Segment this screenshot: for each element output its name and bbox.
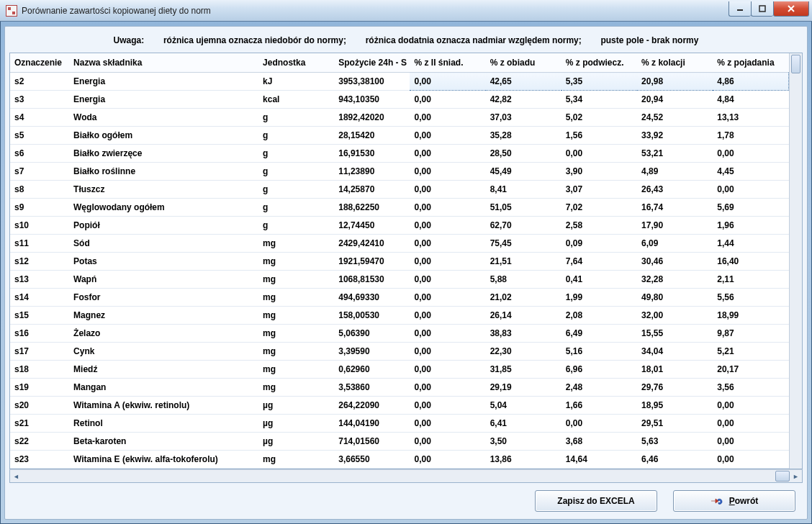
cell-p5: 5,69 (713, 199, 788, 217)
cell-intake: 28,15420 (334, 127, 410, 145)
table-row[interactable]: s4Wodag1892,420200,0037,035,0224,5213,13 (10, 109, 789, 127)
hscroll-left-arrow[interactable]: ◄ (10, 470, 22, 482)
table-row[interactable]: s8Tłuszczg14,258700,008,413,0726,430,00 (10, 181, 789, 199)
data-table-scroll[interactable]: Oznaczenie Nazwa składnika Jednostka Spo… (10, 53, 789, 469)
cell-intake: 0,62960 (334, 361, 410, 379)
cell-intake: 12,74450 (334, 217, 410, 235)
table-row[interactable]: s20Witamina A (ekwiw. retinolu)µg264,220… (10, 397, 789, 415)
cell-p5: 1,44 (713, 235, 788, 253)
table-row[interactable]: s10Popiółg12,744500,0062,702,5817,901,96 (10, 217, 789, 235)
cell-intake: 188,62250 (334, 199, 410, 217)
table-row[interactable]: s5Białko ogółemg28,154200,0035,281,5633,… (10, 127, 789, 145)
table-row[interactable]: s14Fosformg494,693300,0021,021,9949,805,… (10, 289, 789, 307)
cell-name: Fosfor (69, 289, 258, 307)
col-nazwa[interactable]: Nazwa składnika (69, 53, 258, 73)
hscroll-right-arrow[interactable]: ► (790, 470, 802, 482)
cell-id: s19 (10, 379, 69, 397)
hand-pointer-icon (710, 496, 723, 506)
cell-unit: mg (258, 307, 334, 325)
cell-intake: 144,04190 (334, 415, 410, 433)
table-row[interactable]: s2EnergiakJ3953,381000,0042,655,3520,984… (10, 73, 789, 91)
table-row[interactable]: s22Beta-karotenµg714,015600,003,503,685,… (10, 433, 789, 451)
cell-p1: 0,00 (410, 379, 485, 397)
cell-p2: 62,70 (486, 217, 561, 235)
cell-id: s6 (10, 145, 69, 163)
cell-name: Beta-karoten (69, 433, 258, 451)
vertical-scrollbar-thumb[interactable] (791, 55, 800, 73)
cell-unit: g (258, 127, 334, 145)
cell-name: Żelazo (69, 325, 258, 343)
save-to-excel-button[interactable]: Zapisz do EXCELA (535, 490, 657, 512)
table-row[interactable]: s21Retinolµg144,041900,006,410,0029,510,… (10, 415, 789, 433)
col-spozycie[interactable]: Spożycie 24h - S (334, 53, 410, 73)
maximize-icon (759, 5, 766, 12)
cell-p2: 42,82 (486, 91, 561, 109)
cell-p5: 0,00 (713, 433, 788, 451)
col-pojadanie[interactable]: % z pojadania (713, 53, 788, 73)
table-row[interactable]: s18Miedźmg0,629600,0031,856,9618,0120,17 (10, 361, 789, 379)
cell-p5: 9,87 (713, 325, 788, 343)
close-button[interactable] (773, 1, 809, 17)
table-row[interactable]: s17Cynkmg3,395900,0022,305,1634,045,21 (10, 343, 789, 361)
cell-name: Magnez (69, 307, 258, 325)
hscroll-thumb[interactable] (775, 471, 790, 482)
table-row[interactable]: s16Żelazomg5,063900,0038,836,4915,559,87 (10, 325, 789, 343)
cell-p5: 4,86 (713, 73, 788, 91)
cell-p4: 6,09 (637, 235, 713, 253)
cell-p3: 6,96 (561, 361, 637, 379)
cell-id: s4 (10, 109, 69, 127)
cell-p2: 75,45 (486, 235, 561, 253)
table-row[interactable]: s15Magnezmg158,005300,0026,142,0832,0018… (10, 307, 789, 325)
cell-p5: 1,78 (713, 127, 788, 145)
warning-text: Uwaga: różnica ujemna oznacza niedobór d… (9, 31, 803, 53)
cell-name: Mangan (69, 379, 258, 397)
cell-unit: g (258, 217, 334, 235)
cell-p4: 53,21 (637, 145, 713, 163)
table-row[interactable]: s7Białko roślinneg11,238900,0045,493,904… (10, 163, 789, 181)
cell-p1: 0,00 (410, 253, 485, 271)
cell-p3: 0,41 (561, 271, 637, 289)
table-row[interactable]: s3Energiakcal943,103500,0042,825,3420,94… (10, 91, 789, 109)
maximize-button[interactable] (751, 1, 773, 17)
col-jednostka[interactable]: Jednostka (258, 53, 334, 73)
cell-p2: 37,03 (486, 109, 561, 127)
horizontal-scrollbar[interactable]: ◄ ► (9, 469, 803, 483)
cell-p2: 5,88 (486, 271, 561, 289)
table-row[interactable]: s11Sódmg2429,424100,0075,450,096,091,44 (10, 235, 789, 253)
cell-p1: 0,00 (410, 451, 485, 469)
vertical-scrollbar[interactable] (789, 53, 802, 469)
table-row[interactable]: s13Wapńmg1068,815300,005,880,4132,282,11 (10, 271, 789, 289)
col-oznaczenie[interactable]: Oznaczenie (10, 53, 69, 73)
col-sniad2[interactable]: % z II śniad. (410, 53, 485, 73)
cell-p1: 0,00 (410, 127, 485, 145)
table-row[interactable]: s23Witamina E (ekwiw. alfa-tokoferolu)mg… (10, 451, 789, 469)
svg-rect-1 (759, 6, 765, 12)
cell-unit: µg (258, 433, 334, 451)
cell-unit: g (258, 199, 334, 217)
cell-p5: 16,40 (713, 253, 788, 271)
col-podwiecz[interactable]: % z podwiecz. (561, 53, 637, 73)
cell-intake: 2429,42410 (334, 235, 410, 253)
back-button[interactable]: Powrót (673, 490, 795, 512)
hscroll-track[interactable] (22, 470, 790, 482)
table-row[interactable]: s9Węglowodany ogółemg188,622500,0051,057… (10, 199, 789, 217)
cell-p5: 5,56 (713, 289, 788, 307)
cell-p5: 0,00 (713, 415, 788, 433)
cell-p4: 32,28 (637, 271, 713, 289)
cell-p2: 29,19 (486, 379, 561, 397)
cell-p4: 18,95 (637, 397, 713, 415)
minimize-button[interactable] (728, 1, 751, 17)
col-obiad[interactable]: % z obiadu (486, 53, 561, 73)
table-row[interactable]: s12Potasmg1921,594700,0021,517,6430,4616… (10, 253, 789, 271)
cell-p3: 2,58 (561, 217, 637, 235)
cell-unit: kJ (258, 73, 334, 91)
col-kolacja[interactable]: % z kolacji (637, 53, 713, 73)
cell-intake: 1068,81530 (334, 271, 410, 289)
cell-name: Energia (69, 73, 258, 91)
table-row[interactable]: s19Manganmg3,538600,0029,192,4829,763,56 (10, 379, 789, 397)
cell-name: Cynk (69, 343, 258, 361)
cell-p4: 26,43 (637, 181, 713, 199)
cell-p2: 31,85 (486, 361, 561, 379)
table-row[interactable]: s6Białko zwierzęceg16,915300,0028,500,00… (10, 145, 789, 163)
cell-p4: 4,89 (637, 163, 713, 181)
